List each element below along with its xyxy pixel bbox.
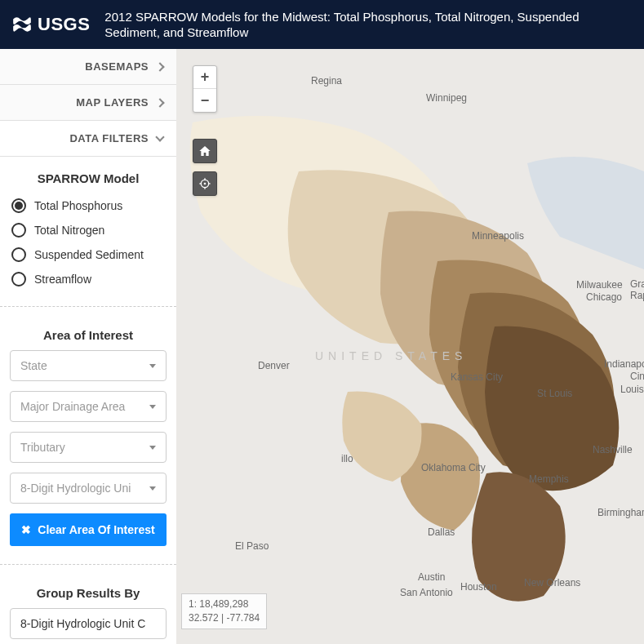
app-header: USGS 2012 SPARROW Models for the Midwest… [0,0,644,49]
group-section: Group Results By 8-Digit Hydrologic Unit… [0,571,176,644]
sidebar: BASEMAPS MAP LAYERS DATA FILTERS SPARROW… [0,49,176,644]
radio-total-nitrogen[interactable]: Total Nitrogen [10,218,167,242]
group-results-select[interactable]: 8-Digit Hydrologic Unit C [10,608,167,639]
usgs-logo: USGS [11,14,90,35]
drainage-select[interactable]: Major Drainage Area [10,391,167,422]
zoom-out-button[interactable]: − [193,89,216,112]
accordion-map-layers[interactable]: MAP LAYERS [0,85,176,121]
chevron-right-icon [155,98,164,107]
aoi-heading: Area of Interest [10,328,167,342]
page-title: 2012 SPARROW Models for the Midwest: Tot… [104,9,633,41]
map-scale: 1: 18,489,298 [189,597,260,611]
radio-icon [11,247,26,262]
radio-icon [11,223,26,238]
caret-down-icon [149,446,156,450]
radio-icon [11,272,26,286]
group-heading: Group Results By [10,586,167,600]
map-coords: 32.572 | -77.784 [189,611,260,625]
chevron-down-icon [155,132,164,141]
radio-suspended-sediment[interactable]: Suspended Sediment [10,242,167,267]
accordion-basemaps[interactable]: BASEMAPS [0,49,176,85]
radio-icon [11,198,26,213]
usgs-text: USGS [38,14,90,35]
sparrow-heading: SPARROW Model [10,171,167,185]
map-canvas[interactable]: UNITED STATES + − ReginaWinnipegMinneapo… [176,49,644,644]
map-layer [176,49,644,644]
tributary-select[interactable]: Tributary [10,432,167,463]
locate-control [193,171,217,196]
radio-streamflow[interactable]: Streamflow [10,267,167,291]
divider [0,306,176,307]
crosshair-icon [198,177,211,190]
home-icon [198,144,211,158]
accordion-data-filters[interactable]: DATA FILTERS [0,121,176,157]
close-icon: ✖ [21,523,31,536]
caret-down-icon [149,486,156,491]
locate-button[interactable] [193,172,216,195]
divider [0,564,176,565]
home-button[interactable] [193,140,216,162]
aoi-section: Area of Interest State Major Drainage Ar… [0,313,176,557]
zoom-control: + − [193,65,217,113]
sparrow-model-section: SPARROW Model Total Phosphorus Total Nit… [0,157,176,300]
caret-down-icon [149,364,156,368]
caret-down-icon [149,405,156,409]
zoom-in-button[interactable]: + [193,66,216,89]
chevron-right-icon [155,62,164,71]
radio-total-phosphorus[interactable]: Total Phosphorus [10,193,167,218]
svg-point-2 [204,183,205,184]
clear-aoi-button[interactable]: ✖ Clear Area Of Interest [10,513,167,546]
state-select[interactable]: State [10,350,167,381]
huc8-select[interactable]: 8-Digit Hydrologic Uni [10,473,167,504]
home-control [193,139,217,163]
scale-readout: 1: 18,489,298 32.572 | -77.784 [181,593,267,629]
